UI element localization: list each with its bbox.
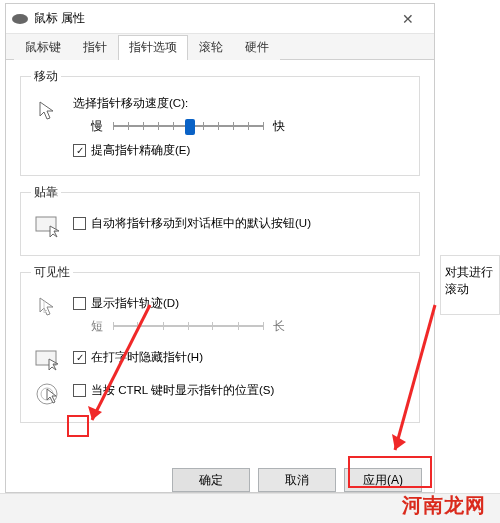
precision-checkbox[interactable]: ✓ — [73, 144, 86, 157]
trail-label: 显示指针轨迹(D) — [91, 296, 179, 311]
window-title: 鼠标 属性 — [34, 10, 388, 27]
watermark-text: 河南龙网 — [402, 492, 486, 519]
tab-buttons[interactable]: 鼠标键 — [14, 35, 72, 60]
mouse-properties-dialog: 鼠标 属性 ✕ 鼠标键 指针 指针选项 滚轮 硬件 移动 选择指针移动速度(C)… — [5, 3, 435, 493]
fast-label: 快 — [273, 119, 285, 134]
ok-button[interactable]: 确定 — [172, 468, 250, 492]
motion-group: 移动 选择指针移动速度(C): 慢 — [20, 68, 420, 176]
background-text: 对其进行滚动 — [445, 265, 493, 296]
visibility-legend: 可见性 — [31, 264, 73, 281]
ctrl-locate-label: 当按 CTRL 键时显示指针的位置(S) — [91, 383, 274, 398]
tab-content: 移动 选择指针移动速度(C): 慢 — [6, 60, 434, 460]
tab-bar: 鼠标键 指针 指针选项 滚轮 硬件 — [6, 34, 434, 60]
hide-typing-checkbox[interactable]: ✓ — [73, 351, 86, 364]
apply-button[interactable]: 应用(A) — [344, 468, 422, 492]
hide-typing-label: 在打字时隐藏指针(H) — [91, 350, 203, 365]
dialog-buttons: 确定 取消 应用(A) — [6, 460, 434, 502]
tab-pointers[interactable]: 指针 — [72, 35, 118, 60]
tab-hardware[interactable]: 硬件 — [234, 35, 280, 60]
precision-label: 提高指针精确度(E) — [91, 143, 190, 158]
ctrl-locate-icon — [31, 379, 65, 409]
snap-checkbox[interactable] — [73, 217, 86, 230]
trail-length-slider — [113, 315, 263, 337]
titlebar: 鼠标 属性 ✕ — [6, 4, 434, 34]
tab-pointer-options[interactable]: 指针选项 — [118, 35, 188, 60]
trail-short-label: 短 — [91, 319, 103, 334]
close-button[interactable]: ✕ — [388, 11, 428, 27]
trail-long-label: 长 — [273, 319, 285, 334]
visibility-group: 可见性 显示指针轨迹(D) 短 — [20, 264, 420, 423]
slow-label: 慢 — [91, 119, 103, 134]
hide-typing-icon — [31, 346, 65, 376]
ctrl-locate-checkbox[interactable] — [73, 384, 86, 397]
cancel-button[interactable]: 取消 — [258, 468, 336, 492]
cursor-speed-icon — [31, 96, 65, 126]
trail-checkbox[interactable] — [73, 297, 86, 310]
background-window-fragment: 对其进行滚动 — [440, 255, 500, 315]
trail-icon — [31, 292, 65, 322]
snap-group: 贴靠 自动将指针移动到对话框中的默认按钮(U) — [20, 184, 420, 256]
pointer-speed-slider[interactable] — [113, 115, 263, 137]
tab-wheel[interactable]: 滚轮 — [188, 35, 234, 60]
pointer-speed-label: 选择指针移动速度(C): — [73, 96, 409, 111]
snap-icon — [31, 212, 65, 242]
snap-label: 自动将指针移动到对话框中的默认按钮(U) — [91, 216, 311, 231]
motion-legend: 移动 — [31, 68, 61, 85]
snap-legend: 贴靠 — [31, 184, 61, 201]
mouse-icon — [12, 14, 28, 24]
